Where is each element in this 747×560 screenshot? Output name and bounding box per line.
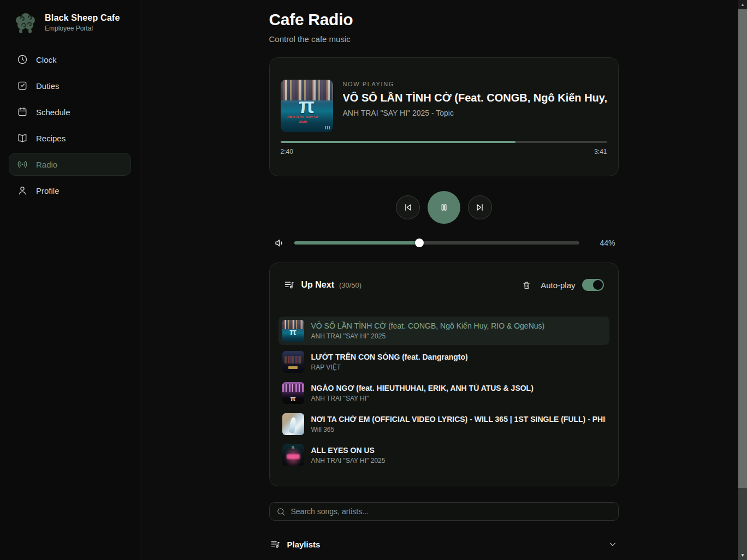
sidebar-item-label: Duties <box>36 81 60 91</box>
pause-icon <box>438 201 450 213</box>
now-playing-card: π ANH TRAI 'SAY HI' 2025 III NOW PLAYING… <box>269 57 619 176</box>
toggle-knob <box>593 280 603 290</box>
queue-list: VÔ SỐ LẦN TÌNH CỜ (feat. CONGB, Ngô Kiến… <box>278 317 609 469</box>
sidebar-item-duties[interactable]: Duties <box>9 74 131 97</box>
now-playing-album-art: π ANH TRAI 'SAY HI' 2025 III <box>281 80 333 132</box>
queue-item-artist: RAP VIỆT <box>311 364 606 371</box>
elapsed-time: 2:40 <box>281 148 293 156</box>
scrollbar-down-arrow[interactable]: ▼ <box>738 551 747 560</box>
sidebar-item-radio[interactable]: Radio <box>9 153 131 176</box>
sidebar-item-schedule[interactable]: Schedule <box>9 100 131 123</box>
queue-title: Up Next <box>301 280 334 290</box>
now-playing-title: VÔ SỐ LẦN TÌNH CỜ (Feat. CONGB, Ngô Kiến… <box>343 92 607 104</box>
skip-forward-icon <box>475 202 485 212</box>
album-art <box>282 413 304 435</box>
now-playing-label: NOW PLAYING <box>343 81 607 87</box>
sidebar-item-label: Profile <box>36 186 60 195</box>
clear-queue-button[interactable] <box>519 277 534 293</box>
next-track-button[interactable] <box>468 195 492 219</box>
search-bar <box>269 502 619 521</box>
queue-item[interactable]: VÔ SỐ LẦN TÌNH CỜ (feat. CONGB, Ngô Kiến… <box>278 317 609 345</box>
up-next-card: Up Next (30/50) Auto-play VÔ SỐ LẦN TÌNH… <box>269 263 619 486</box>
chevron-down-icon[interactable] <box>608 539 618 549</box>
playlists-row[interactable]: Playlists <box>269 537 619 552</box>
autoplay-toggle[interactable] <box>582 279 604 291</box>
user-icon <box>17 185 28 196</box>
volume-row: 44% <box>269 237 619 249</box>
calendar-icon <box>17 106 28 117</box>
trash-icon <box>522 281 531 290</box>
sidebar-item-clock[interactable]: Clock <box>9 48 131 71</box>
volume-thumb[interactable] <box>415 239 424 247</box>
queue-item[interactable]: NƠI TA CHỜ EM (OFFICIAL VIDEO LYRICS) - … <box>278 410 609 438</box>
progress-fill <box>281 141 516 143</box>
queue-item-title: VÔ SỐ LẦN TÌNH CỜ (feat. CONGB, Ngô Kiến… <box>311 321 606 330</box>
queue-item-title: NGÁO NGƠ (feat. HIEUTHUHAI, ERIK, ANH TÚ… <box>311 384 606 392</box>
sidebar-item-recipes[interactable]: Recipes <box>9 127 131 150</box>
sidebar-nav: Clock Duties Schedule Recipes Radio <box>9 48 131 202</box>
scrollbar-thumb[interactable] <box>738 9 747 488</box>
sheep-logo-icon <box>13 11 38 34</box>
duties-check-icon <box>17 80 28 91</box>
app-window: Black Sheep Cafe Employee Portal Clock D… <box>0 0 747 560</box>
now-playing-artist: ANH TRAI "SAY HI" 2025 - Topic <box>343 109 607 117</box>
progress-bar[interactable] <box>281 141 607 143</box>
pause-button[interactable] <box>428 191 460 224</box>
skip-back-icon <box>403 202 413 212</box>
sidebar: Black Sheep Cafe Employee Portal Clock D… <box>0 0 140 560</box>
album-art-caption: ANH TRAI 'SAY HI' 2025 <box>284 115 321 124</box>
page-title: Cafe Radio <box>269 10 619 29</box>
sidebar-item-label: Clock <box>36 55 57 64</box>
sidebar-item-label: Radio <box>36 160 57 169</box>
main-content: Cafe Radio Control the cafe music π ANH … <box>140 0 747 560</box>
queue-item-artist: ANH TRAI "SAY HI" 2025 <box>311 457 606 464</box>
list-music-icon <box>270 539 281 550</box>
queue-item-artist: Will 365 <box>311 426 606 433</box>
page-subtitle: Control the cafe music <box>269 34 619 45</box>
album-art-badge: III <box>325 125 331 130</box>
search-icon <box>276 507 286 516</box>
transport-controls <box>269 191 619 224</box>
radio-icon <box>17 159 28 170</box>
queue-item-title: NƠI TA CHỜ EM (OFFICIAL VIDEO LYRICS) - … <box>311 415 606 424</box>
scrollbar-up-arrow[interactable]: ▲ <box>738 0 747 9</box>
queue-item-artist: ANH TRAI ''SAY HI'' 2025 <box>311 332 606 340</box>
volume-percent: 44% <box>592 239 615 247</box>
queue-item-artist: ANH TRAI "SAY HI" <box>311 395 606 402</box>
list-music-icon <box>284 279 295 290</box>
previous-track-button[interactable] <box>396 195 420 219</box>
page-scrollbar[interactable]: ▲ ▼ <box>738 0 747 560</box>
brand: Black Sheep Cafe Employee Portal <box>9 11 131 48</box>
search-input[interactable] <box>291 507 612 516</box>
playlists-label: Playlists <box>287 540 321 549</box>
queue-item[interactable]: NGÁO NGƠ (feat. HIEUTHUHAI, ERIK, ANH TÚ… <box>278 379 609 407</box>
album-art <box>282 382 304 404</box>
album-art-logo: π <box>281 96 333 116</box>
app-subtitle: Employee Portal <box>45 25 120 32</box>
app-title: Black Sheep Cafe <box>45 13 120 23</box>
queue-item[interactable]: ALL EYES ON US ANH TRAI "SAY HI" 2025 <box>278 441 609 469</box>
album-art <box>282 320 304 342</box>
queue-item-title: LƯỚT TRÊN CON SÓNG (feat. Dangrangto) <box>311 353 606 361</box>
volume-icon <box>274 237 286 249</box>
album-art <box>282 351 304 373</box>
queue-item-title: ALL EYES ON US <box>311 446 606 455</box>
queue-count: (30/50) <box>339 281 361 289</box>
clock-icon <box>17 54 28 65</box>
volume-slider[interactable] <box>294 241 579 245</box>
total-duration: 3:41 <box>594 148 607 156</box>
book-open-icon <box>17 133 28 144</box>
brand-text: Black Sheep Cafe Employee Portal <box>45 13 120 32</box>
sidebar-item-profile[interactable]: Profile <box>9 179 131 202</box>
sidebar-item-label: Schedule <box>36 108 70 117</box>
volume-fill <box>294 241 420 245</box>
sidebar-item-label: Recipes <box>36 134 66 143</box>
album-art <box>282 444 304 466</box>
queue-item[interactable]: LƯỚT TRÊN CON SÓNG (feat. Dangrangto) RA… <box>278 348 609 376</box>
autoplay-label: Auto-play <box>541 281 575 290</box>
